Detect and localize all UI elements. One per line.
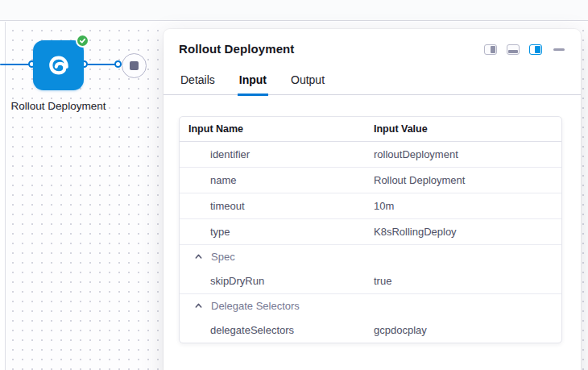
group-label: Delegate Selectors [211, 300, 300, 312]
rolling-deployment-icon [46, 52, 72, 78]
input-name: timeout [210, 200, 245, 212]
input-name: name [210, 174, 237, 186]
input-value: gcpdocplay [374, 324, 561, 336]
minimize-icon[interactable] [553, 48, 565, 51]
table-row-name: nameRollout Deployment [180, 167, 561, 193]
incoming-edge [0, 64, 29, 65]
chevron-up-icon[interactable] [194, 301, 203, 310]
chevron-up-icon[interactable] [194, 252, 203, 261]
outgoing-edge [87, 64, 115, 65]
canvas-top-bar [0, 0, 588, 21]
stop-node-icon [130, 61, 139, 70]
tab-details[interactable]: Details [179, 71, 217, 96]
dock-split-right-icon[interactable] [484, 44, 497, 55]
input-value: rolloutDeployment [374, 148, 561, 160]
group-label: Spec [211, 251, 235, 263]
group-row-spec[interactable]: Spec [180, 244, 561, 268]
panel-tabs: DetailsInputOutput [164, 71, 581, 95]
input-table: Input Name Input Value identifierrollout… [179, 116, 562, 343]
input-value [374, 251, 561, 263]
tab-input[interactable]: Input [238, 71, 268, 96]
input-value: true [374, 275, 561, 287]
tab-output[interactable]: Output [289, 71, 326, 96]
input-name: identifier [210, 148, 250, 160]
dock-right-icon[interactable] [529, 44, 542, 55]
success-badge [76, 34, 89, 48]
step-details-panel: Rollout Deployment DetailsInputOutput In… [164, 29, 581, 370]
input-name: skipDryRun [210, 275, 264, 287]
input-value: K8sRollingDeploy [374, 226, 561, 238]
group-row-delegate-selectors[interactable]: Delegate Selectors [180, 293, 561, 318]
input-name: delegateSelectors [210, 324, 294, 336]
check-icon [79, 37, 86, 44]
panel-title: Rollout Deployment [179, 41, 294, 57]
input-value: Rollout Deployment [374, 174, 561, 186]
end-node-connector [114, 60, 122, 68]
pipeline-execution-screen: Rollout Deployment Rollout Deployment De… [0, 0, 588, 370]
table-row-identifier: identifierrolloutDeployment [180, 142, 561, 167]
input-name: type [210, 226, 230, 238]
table-row-timeout: timeout10m [180, 193, 561, 218]
table-row-type: typeK8sRollingDeploy [180, 218, 561, 244]
input-table-header: Input Name Input Value [180, 117, 561, 142]
pipeline-end-node[interactable] [122, 53, 147, 78]
table-row-skipdryrun: skipDryRuntrue [180, 268, 561, 293]
step-node-label: Rollout Deployment [10, 98, 107, 114]
stage-left-border [5, 22, 6, 370]
column-input-value: Input Value [374, 123, 561, 135]
input-value [374, 300, 561, 312]
table-row-delegateselectors: delegateSelectorsgcpdocplay [180, 318, 561, 343]
panel-header: Rollout Deployment [164, 29, 581, 57]
step-node-rollout-deployment[interactable] [33, 40, 84, 90]
column-input-name: Input Name [188, 123, 374, 135]
input-value: 10m [374, 200, 561, 212]
input-table-body: identifierrolloutDeploymentnameRollout D… [180, 142, 561, 343]
dock-bottom-icon[interactable] [507, 44, 520, 55]
panel-window-controls [484, 44, 565, 55]
